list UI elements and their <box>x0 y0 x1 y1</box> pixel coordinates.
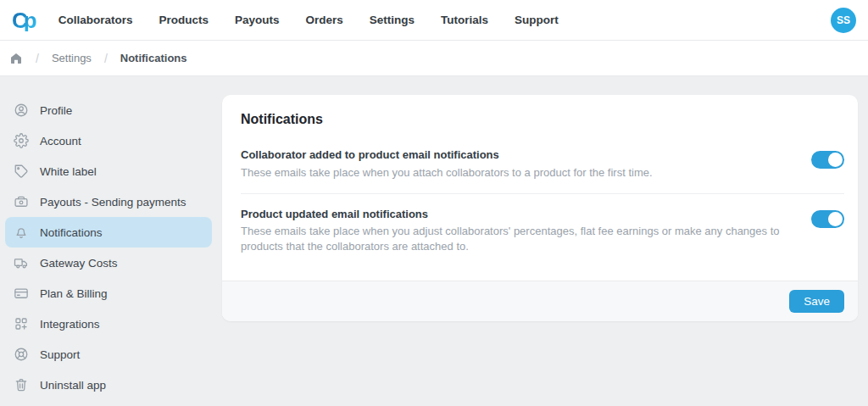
life-buoy-icon <box>14 347 29 362</box>
bell-icon <box>14 225 29 240</box>
sidebar-item-label: Profile <box>40 104 72 117</box>
notifications-card-body: Notifications Collaborator added to prod… <box>222 95 858 281</box>
banknote-icon <box>14 194 29 209</box>
sidebar-item-plan-billing[interactable]: Plan & Billing <box>5 278 212 309</box>
nav-item-products[interactable]: Products <box>159 14 209 26</box>
sidebar-item-label: Payouts - Sending payments <box>40 196 186 209</box>
nav-item-settings[interactable]: Settings <box>370 14 415 26</box>
setting-description: These emails take place when you attach … <box>241 165 791 181</box>
user-circle-icon <box>14 103 29 118</box>
toggle-knob <box>828 153 843 167</box>
settings-sidebar: Profile Account White label Payouts - Se… <box>5 95 212 400</box>
sidebar-item-label: Support <box>40 348 80 361</box>
nav-item-support[interactable]: Support <box>515 14 559 26</box>
setting-row-collaborator-added: Collaborator added to product email noti… <box>241 147 844 181</box>
grid-plus-icon <box>14 316 29 331</box>
main-nav: Collaborators Products Payouts Orders Se… <box>58 14 559 26</box>
setting-title: Collaborator added to product email noti… <box>241 147 791 163</box>
page-title: Notifications <box>241 112 844 127</box>
sidebar-item-notifications[interactable]: Notifications <box>5 217 212 247</box>
sidebar-item-label: Uninstall app <box>40 379 106 392</box>
nav-item-payouts[interactable]: Payouts <box>235 14 280 26</box>
toggle-knob <box>828 212 843 226</box>
sidebar-item-profile[interactable]: Profile <box>5 95 212 125</box>
collaborator-added-toggle[interactable] <box>811 151 844 169</box>
top-nav: Cp Collaborators Products Payouts Orders… <box>0 0 868 41</box>
notifications-card: Notifications Collaborator added to prod… <box>222 95 858 321</box>
save-button[interactable]: Save <box>789 290 844 313</box>
sidebar-item-gateway-costs[interactable]: Gateway Costs <box>5 247 212 278</box>
nav-item-tutorials[interactable]: Tutorials <box>441 14 488 26</box>
main-panel: Notifications Collaborator added to prod… <box>222 95 858 321</box>
credit-card-icon <box>14 286 29 301</box>
sidebar-item-white-label[interactable]: White label <box>5 156 212 186</box>
setting-title: Product updated email notifications <box>241 207 791 222</box>
sidebar-item-payouts-sending-payments[interactable]: Payouts - Sending payments <box>5 186 212 217</box>
home-icon[interactable] <box>9 52 23 65</box>
sidebar-item-label: Plan & Billing <box>40 287 108 300</box>
nav-item-collaborators[interactable]: Collaborators <box>58 14 133 26</box>
breadcrumb: / Settings / Notifications <box>0 41 868 76</box>
app-logo[interactable]: Cp <box>12 9 40 31</box>
breadcrumb-separator: / <box>104 52 108 65</box>
sidebar-item-label: White label <box>40 165 97 178</box>
sidebar-item-label: Integrations <box>40 318 100 331</box>
sidebar-item-uninstall-app[interactable]: Uninstall app <box>5 370 212 400</box>
setting-row-product-updated: Product updated email notifications Thes… <box>241 207 844 255</box>
content-area: Profile Account White label Payouts - Se… <box>0 76 868 400</box>
breadcrumb-settings[interactable]: Settings <box>52 52 92 64</box>
sidebar-item-account[interactable]: Account <box>5 125 212 156</box>
setting-text: Collaborator added to product email noti… <box>241 147 791 181</box>
user-avatar[interactable]: SS <box>831 8 856 33</box>
setting-text: Product updated email notifications Thes… <box>241 207 791 255</box>
row-divider <box>241 193 844 194</box>
nav-item-orders[interactable]: Orders <box>305 14 342 26</box>
sidebar-item-label: Account <box>40 135 81 147</box>
setting-description: These emails take place when you adjust … <box>241 224 791 254</box>
truck-icon <box>14 255 29 270</box>
sidebar-item-support[interactable]: Support <box>5 339 212 370</box>
sidebar-item-integrations[interactable]: Integrations <box>5 309 212 339</box>
breadcrumb-current-notifications: Notifications <box>120 52 187 64</box>
breadcrumb-separator: / <box>36 52 39 65</box>
product-updated-toggle[interactable] <box>811 210 844 228</box>
sidebar-item-label: Gateway Costs <box>40 257 118 270</box>
trash-icon <box>14 377 29 392</box>
gear-icon <box>14 133 29 148</box>
sidebar-item-label: Notifications <box>40 226 103 239</box>
card-footer: Save <box>222 281 858 321</box>
tag-icon <box>14 164 29 179</box>
